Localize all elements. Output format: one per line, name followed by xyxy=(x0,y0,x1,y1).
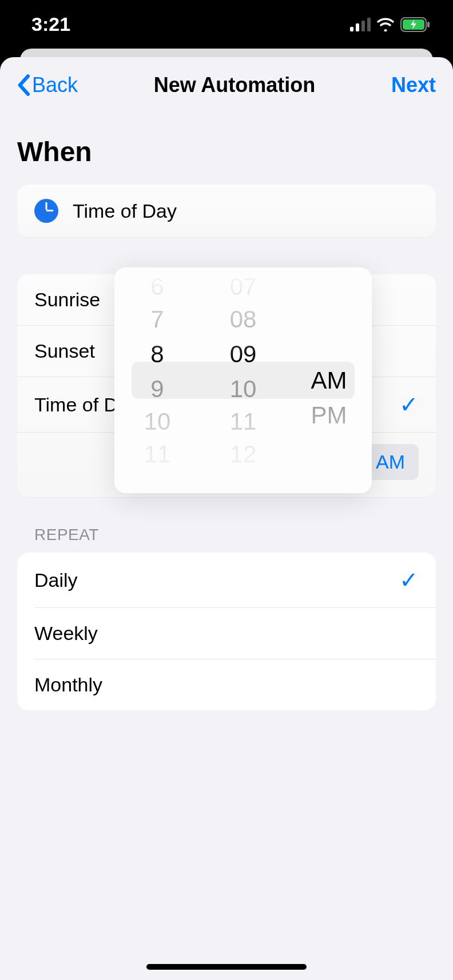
picker-item: 10 xyxy=(230,373,257,405)
picker-item: 7 xyxy=(150,303,164,335)
cellular-icon xyxy=(350,18,371,31)
repeat-monthly-option[interactable]: Monthly xyxy=(17,659,436,710)
time-picker-popup[interactable]: 5 6 7 8 9 10 11 06 07 08 09 10 11 12 A xyxy=(114,267,372,493)
picker-item-selected: AM xyxy=(311,362,347,399)
picker-item: 10 xyxy=(144,405,171,438)
svg-rect-5 xyxy=(427,22,430,27)
svg-rect-1 xyxy=(356,23,359,31)
navigation-bar: Back New Automation Next xyxy=(0,57,453,113)
checkmark-icon: ✓ xyxy=(399,391,419,418)
time-of-day-option-label: Time of D xyxy=(34,394,118,416)
picker-item: 08 xyxy=(230,303,257,335)
picker-item: 9 xyxy=(150,373,164,405)
wifi-icon xyxy=(376,18,395,31)
status-icons xyxy=(350,17,430,32)
repeat-options-card: Daily ✓ Weekly Monthly xyxy=(17,553,436,710)
minute-picker-column[interactable]: 06 07 08 09 10 11 12 xyxy=(200,267,286,493)
battery-icon xyxy=(400,17,430,32)
picker-item: 11 xyxy=(144,438,171,470)
repeat-daily-option[interactable]: Daily ✓ xyxy=(17,553,436,607)
time-of-day-header: Time of Day xyxy=(17,185,436,237)
repeat-weekly-option[interactable]: Weekly xyxy=(17,608,436,659)
repeat-monthly-label: Monthly xyxy=(34,674,102,696)
page-title: New Automation xyxy=(154,73,316,97)
ampm-picker-column[interactable]: AM PM xyxy=(286,267,372,493)
repeat-weekly-label: Weekly xyxy=(34,622,98,645)
checkmark-icon: ✓ xyxy=(399,567,419,593)
picker-item-selected: 8 xyxy=(150,335,164,373)
picker-item: 11 xyxy=(230,405,257,438)
time-of-day-card[interactable]: Time of Day xyxy=(17,185,436,237)
back-label: Back xyxy=(32,73,78,97)
back-button[interactable]: Back xyxy=(17,73,78,97)
when-section-title: When xyxy=(17,136,436,167)
main-sheet: Back New Automation Next When Time of Da… xyxy=(0,57,453,980)
next-button[interactable]: Next xyxy=(391,73,436,97)
svg-rect-2 xyxy=(361,21,365,31)
home-indicator[interactable] xyxy=(146,964,307,970)
picker-item: 07 xyxy=(230,270,257,303)
repeat-section-label: REPEAT xyxy=(34,526,436,544)
picker-item: 12 xyxy=(230,438,257,470)
time-of-day-label: Time of Day xyxy=(73,200,177,222)
svg-rect-0 xyxy=(350,27,353,31)
picker-item-selected: 09 xyxy=(230,335,257,373)
picker-item: 6 xyxy=(150,270,164,303)
picker-item: PM xyxy=(311,399,347,431)
svg-rect-3 xyxy=(367,18,371,31)
repeat-daily-label: Daily xyxy=(34,569,78,591)
status-time: 3:21 xyxy=(31,13,70,35)
clock-icon xyxy=(34,199,58,223)
hour-picker-column[interactable]: 5 6 7 8 9 10 11 xyxy=(114,267,200,493)
chevron-left-icon xyxy=(17,74,30,96)
sunset-label: Sunset xyxy=(34,340,95,362)
sunrise-label: Sunrise xyxy=(34,289,100,311)
